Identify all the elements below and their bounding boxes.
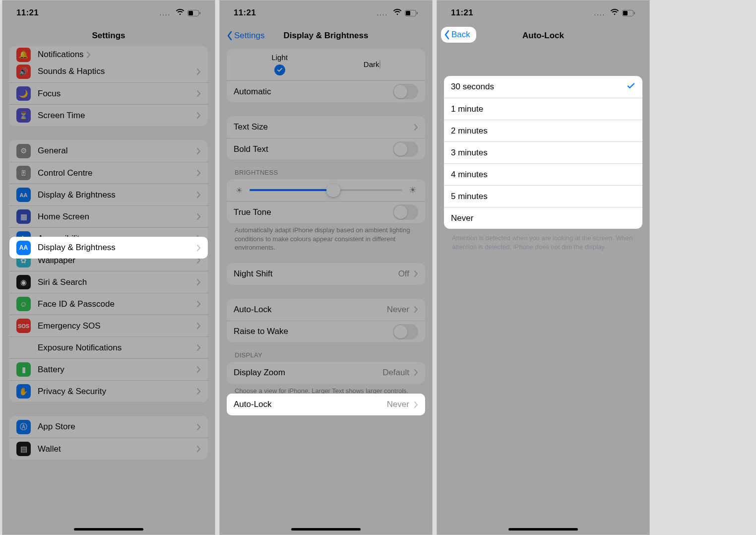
svg-rect-5 (417, 12, 418, 14)
automatic-row[interactable]: Automatic (227, 80, 425, 102)
auto-lock-option[interactable]: 4 minutes (444, 163, 642, 185)
chevron-right-icon (197, 344, 201, 351)
cellular-icon: .... (377, 9, 390, 17)
row-label: True Tone (234, 207, 393, 217)
status-time: 11:21 (234, 8, 256, 18)
raise-to-wake-toggle[interactable] (393, 324, 418, 339)
row-label: Battery (38, 365, 194, 375)
back-button[interactable]: Settings (227, 31, 264, 41)
auto-lock-row[interactable]: Auto-Lock Never (227, 299, 425, 321)
home-indicator[interactable] (508, 528, 578, 531)
chevron-right-icon (87, 52, 91, 58)
nav-bar: Settings Display & Brightness (220, 25, 432, 46)
back-button-highlight[interactable]: Back (441, 27, 476, 43)
screen-settings: 11:21 .... Settings 🔔 Notifications 🔊 So… (2, 0, 215, 535)
automatic-toggle[interactable] (393, 84, 418, 99)
wifi-icon (610, 8, 619, 17)
screen-auto-lock: 11:21 .... Back Auto-Lock 30 seconds 1 m… (437, 0, 650, 535)
night-shift-row[interactable]: Night Shift Off (227, 263, 425, 285)
settings-row[interactable]: AA Display & Brightness (9, 184, 208, 205)
hourglass-icon: ⏳ (16, 108, 31, 123)
night-shift-group: Night Shift Off (227, 263, 425, 285)
settings-row[interactable]: ⏳ Screen Time (9, 104, 208, 126)
row-label: Privacy & Security (38, 387, 194, 397)
settings-row-display-brightness[interactable]: AA Display & Brightness (9, 237, 208, 259)
auto-lock-option[interactable]: Never (444, 207, 642, 229)
settings-row[interactable]: 🌙 Focus (9, 82, 208, 104)
settings-row[interactable]: 🔊 Sounds & Haptics (9, 61, 208, 82)
row-label: Auto-Lock (234, 400, 387, 409)
text-size-row[interactable]: Text Size (227, 116, 425, 138)
chevron-right-icon (197, 90, 201, 97)
settings-row[interactable]: ⚙︎ General (9, 140, 208, 162)
slider-track[interactable] (250, 189, 402, 191)
row-value: Never (387, 305, 411, 315)
settings-row[interactable]: SOS Emergency SOS (9, 315, 208, 336)
settings-list-a: 🔊 Sounds & Haptics 🌙 Focus ⏳ Screen Time (9, 61, 208, 126)
settings-list-c: Ⓐ App Store ▤ Wallet (9, 416, 208, 460)
row-value: Default (382, 368, 411, 378)
settings-row[interactable]: 🎚 Control Centre (9, 162, 208, 184)
auto-lock-option[interactable]: 30 seconds (444, 76, 642, 98)
home-indicator[interactable] (74, 528, 143, 531)
svg-rect-2 (199, 12, 200, 14)
svg-rect-7 (623, 11, 628, 15)
appearance-dark[interactable]: Dark (364, 60, 380, 68)
option-label: 30 seconds (451, 82, 627, 92)
auto-lock-option[interactable]: 3 minutes (444, 141, 642, 163)
bold-text-toggle[interactable] (393, 141, 418, 157)
speaker-icon: 🔊 (16, 65, 31, 79)
appearance-light[interactable]: Light (271, 53, 288, 75)
row-label: Text Size (234, 122, 411, 132)
chevron-right-icon (197, 301, 201, 307)
status-time: 11:21 (451, 8, 473, 18)
true-tone-row[interactable]: True Tone (227, 201, 425, 223)
brightness-slider[interactable]: ☀︎ ☀︎ (227, 179, 425, 201)
settings-row[interactable]: ☺︎ Face ID & Passcode (9, 293, 208, 315)
sun-small-icon: ☀︎ (234, 185, 245, 196)
screen-display-brightness: 11:21 .... Settings Display & Brightness… (219, 0, 433, 535)
battery-icon (188, 10, 201, 16)
radio-selected-icon (274, 65, 285, 75)
settings-row[interactable]: ◉ Siri & Search (9, 271, 208, 293)
settings-row[interactable]: ✋ Privacy & Security (9, 380, 208, 402)
siri-icon: ◉ (16, 275, 31, 289)
settings-list-b: ⚙︎ General 🎚 Control Centre AA Display &… (9, 140, 208, 402)
autolock-group: Auto-Lock Never Raise to Wake (227, 299, 425, 342)
chevron-right-icon (197, 245, 201, 251)
appearance-selector[interactable]: Light Dark (227, 49, 425, 80)
checkmark-icon (627, 81, 635, 93)
brightness-group: ☀︎ ☀︎ True Tone (227, 179, 425, 223)
home-indicator[interactable] (291, 528, 361, 531)
svg-rect-8 (634, 12, 635, 14)
bold-text-row[interactable]: Bold Text (227, 138, 425, 160)
row-label: Emergency SOS (38, 321, 194, 331)
true-tone-toggle[interactable] (393, 204, 418, 220)
settings-row[interactable]: ▦ Home Screen (9, 205, 208, 227)
chevron-right-icon (197, 446, 201, 452)
status-bar: 11:21 .... (220, 0, 432, 25)
settings-row[interactable]: ⦿ Exposure Notifications (9, 336, 208, 358)
settings-row[interactable]: ▮ Battery (9, 358, 208, 380)
option-label: 4 minutes (451, 170, 635, 180)
chevron-right-icon (414, 270, 418, 277)
settings-row[interactable]: Ⓐ App Store (9, 416, 208, 438)
display-zoom-row[interactable]: Display Zoom Default (227, 362, 425, 384)
chevron-right-icon (197, 424, 201, 430)
auto-lock-option[interactable]: 5 minutes (444, 185, 642, 207)
chevron-right-icon (414, 401, 418, 408)
auto-lock-row-highlight[interactable]: Auto-Lock Never (227, 394, 425, 415)
nav-title: Display & Brightness (284, 31, 369, 41)
battery-icon (622, 10, 635, 16)
row-label: Raise to Wake (234, 327, 393, 336)
nav-title: Auto-Lock (522, 31, 564, 41)
raise-to-wake-row[interactable]: Raise to Wake (227, 321, 425, 342)
appearance-dark-label: Dark (364, 60, 379, 68)
settings-row-notifications[interactable]: 🔔 Notifications (9, 49, 208, 61)
auto-lock-option[interactable]: 2 minutes (444, 120, 642, 141)
auto-lock-option[interactable]: 1 minute (444, 98, 642, 120)
svg-rect-1 (189, 11, 193, 15)
auto-lock-options: 30 seconds 1 minute 2 minutes 3 minutes … (444, 76, 642, 229)
row-label: Face ID & Passcode (38, 299, 194, 309)
settings-row[interactable]: ▤ Wallet (9, 438, 208, 460)
